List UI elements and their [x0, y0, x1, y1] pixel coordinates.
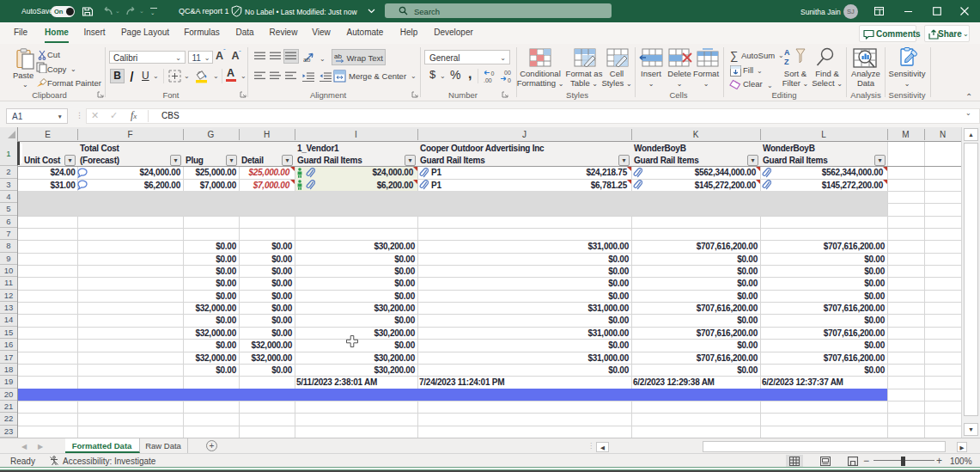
svg-text:00: 00 — [504, 70, 511, 76]
svg-text:ab: ab — [334, 52, 342, 60]
svg-text:A: A — [784, 48, 790, 57]
svg-text:.00: .00 — [484, 77, 492, 83]
svg-text:Z: Z — [784, 58, 789, 66]
svg-text:ab: ab — [303, 56, 310, 63]
svg-text:0: 0 — [491, 70, 495, 77]
svg-text:0: 0 — [508, 77, 511, 83]
